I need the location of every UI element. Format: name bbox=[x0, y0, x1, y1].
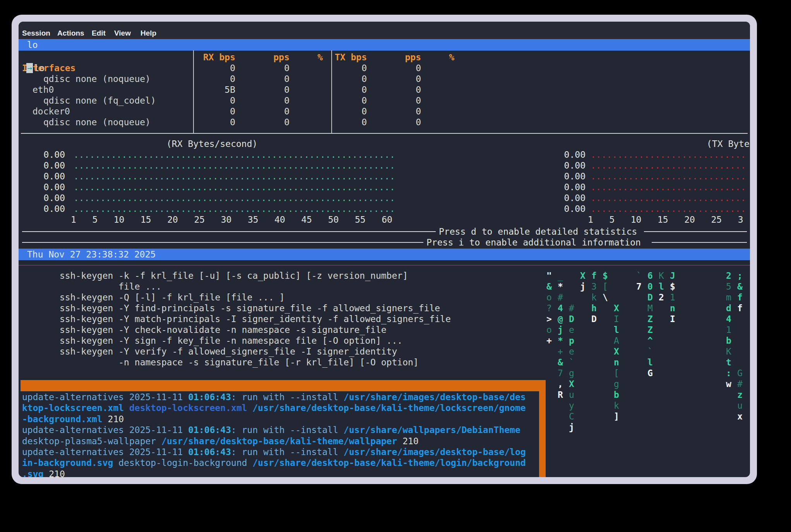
menu-item-edit[interactable]: Edit bbox=[92, 29, 106, 38]
log-segment: : run with --install bbox=[231, 447, 344, 457]
interface-name: qdisc none (noqueue) bbox=[43, 73, 151, 84]
matrix-char: n bbox=[614, 357, 625, 368]
log-line: in-background.svg desktop-login-backgrou… bbox=[22, 457, 539, 468]
matrix-char: & bbox=[737, 281, 748, 292]
matrix-char: * bbox=[558, 281, 569, 292]
ssh-keygen-pane[interactable]: ssh-keygen -k -f krl_file [-u] [-s ca_pu… bbox=[22, 270, 451, 368]
interface-name: qdisc none (noqueue) bbox=[43, 117, 151, 128]
value-cell bbox=[427, 117, 454, 128]
log-segment bbox=[103, 414, 108, 424]
log-segment: /usr/share/desktop-base/kali-theme/login… bbox=[252, 458, 526, 468]
log-segment: /usr/share/images/desktop-base/log bbox=[344, 447, 526, 457]
menu-item-help[interactable]: Help bbox=[140, 29, 156, 38]
hint-line-left-1 bbox=[22, 231, 436, 232]
desktop: SessionActionsEditViewHelp lo Interfaces… bbox=[0, 0, 791, 532]
log-line: -background.xml 210 bbox=[22, 414, 539, 425]
value-cell: 0 bbox=[378, 63, 421, 73]
hint-press-i: Press i to enable additional information bbox=[426, 237, 641, 248]
matrix-char: D bbox=[647, 292, 659, 303]
matrix-char: & bbox=[558, 357, 569, 368]
matrix-char: o bbox=[546, 292, 558, 303]
tx-graph-row: 0.00............................. bbox=[19, 182, 750, 193]
menu-item-view[interactable]: View bbox=[114, 29, 131, 38]
value-cell: 0 bbox=[247, 73, 289, 84]
value-cell bbox=[427, 84, 454, 95]
matrix-char: j bbox=[558, 324, 569, 335]
log-segment: 01:06:43 bbox=[188, 392, 231, 402]
menu-item-actions[interactable]: Actions bbox=[57, 29, 84, 38]
tx-graph-row: 0.00............................. bbox=[19, 160, 750, 171]
col-tx-bps: TX bps bbox=[324, 52, 367, 63]
tx-graph-row: 0.00............................. bbox=[19, 203, 750, 214]
menu-bar: SessionActionsEditViewHelp bbox=[19, 22, 750, 39]
log-segment bbox=[43, 469, 49, 477]
log-segment: update-alternatives 2025-11-11 bbox=[22, 425, 188, 435]
log-segment bbox=[124, 403, 129, 413]
matrix-char: _ bbox=[558, 270, 569, 281]
matrix-char: j bbox=[580, 281, 591, 292]
value-cell: 0 bbox=[378, 73, 421, 84]
table-row: eth05B000 bbox=[19, 84, 750, 95]
y-axis-label: 0.00 bbox=[555, 182, 586, 193]
update-alternatives-window[interactable]: update-alternatives 2025-11-11 01:06:43:… bbox=[21, 380, 546, 477]
value-cell: 0 bbox=[177, 95, 235, 106]
value-cell bbox=[296, 63, 323, 73]
matrix-char: M bbox=[647, 303, 659, 314]
hint-press-d: Press d to enable detailed statistics bbox=[439, 226, 637, 237]
matrix-char: G bbox=[647, 368, 659, 379]
matrix-char: @ bbox=[558, 314, 569, 324]
matrix-char: b bbox=[614, 389, 625, 400]
matrix-char: , bbox=[558, 379, 569, 389]
rx-graph-title: (RX Bytes/second) bbox=[166, 138, 257, 149]
matrix-char: ` bbox=[647, 346, 659, 357]
matrix-char: & bbox=[546, 281, 558, 292]
graph-dots: ............................. bbox=[591, 193, 746, 203]
table-row: →lo0000 bbox=[19, 63, 750, 73]
matrix-char: + bbox=[546, 335, 558, 346]
matrix-char: f bbox=[591, 270, 603, 281]
rx-graph-x-axis: 1 5 10 15 20 25 30 35 40 45 50 55 60 bbox=[71, 214, 392, 225]
matrix-char: 7 bbox=[558, 368, 569, 379]
table-row: qdisc none (fq_codel)0000 bbox=[19, 95, 750, 106]
matrix-char: ? bbox=[546, 303, 558, 314]
matrix-char: o bbox=[546, 324, 558, 335]
matrix-char: 7 bbox=[636, 281, 647, 292]
matrix-char: g bbox=[614, 379, 625, 389]
matrix-char: g bbox=[569, 368, 580, 379]
matrix-char: 3 bbox=[591, 281, 603, 292]
interface-name: qdisc none (fq_codel) bbox=[43, 95, 156, 106]
col-rx-bps: RX bps bbox=[177, 52, 235, 63]
matrix-char: ` bbox=[636, 270, 647, 281]
matrix-char: X bbox=[614, 303, 625, 314]
matrix-char: k bbox=[591, 292, 603, 303]
interface-name: lo bbox=[34, 63, 45, 73]
selected-interface-label: lo bbox=[27, 40, 38, 50]
terminal-window[interactable]: SessionActionsEditViewHelp lo Interfaces… bbox=[12, 15, 757, 484]
matrix-char: Z bbox=[647, 314, 659, 324]
value-cell bbox=[296, 73, 323, 84]
matrix-char: + bbox=[558, 346, 569, 357]
matrix-char: ` bbox=[569, 357, 580, 368]
matrix-char: e bbox=[569, 324, 580, 335]
col-tx-pps: pps bbox=[378, 52, 421, 63]
terminal-content: SessionActionsEditViewHelp lo Interfaces… bbox=[19, 22, 750, 477]
matrix-char: 1 bbox=[726, 324, 737, 335]
matrix-char: $ bbox=[603, 270, 614, 281]
log-segment bbox=[247, 403, 253, 413]
menu-item-session[interactable]: Session bbox=[22, 29, 50, 38]
matrix-char: " bbox=[546, 270, 558, 281]
matrix-char: > bbox=[546, 314, 558, 324]
matrix-char: X bbox=[614, 346, 625, 357]
graph-dots: ............................. bbox=[591, 149, 746, 160]
value-cell: 0 bbox=[177, 117, 235, 128]
value-cell bbox=[427, 63, 454, 73]
matrix-char: J bbox=[670, 270, 681, 281]
value-cell bbox=[427, 73, 454, 84]
matrix-char: : bbox=[726, 368, 737, 379]
matrix-char: j bbox=[569, 422, 580, 433]
hint-line-left-2 bbox=[22, 242, 423, 243]
datetime-bar: Thu Nov 27 23:38:32 2025 bbox=[19, 249, 750, 260]
log-segment: desktop-login-background bbox=[113, 458, 252, 468]
log-window-titlebar[interactable] bbox=[21, 380, 546, 391]
log-segment: update-alternatives 2025-11-11 bbox=[22, 392, 188, 402]
